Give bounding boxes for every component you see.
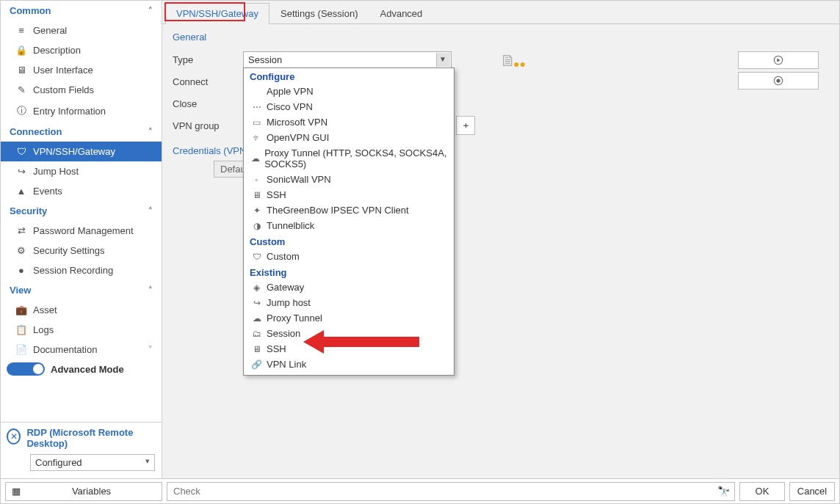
sidebar-item-jump-host[interactable]: ↪ Jump Host [1, 161, 162, 181]
content: VPN/SSH/Gateway Settings (Session) Advan… [162, 1, 839, 478]
group-connection[interactable]: Connection ˄ [1, 122, 162, 142]
sidebar: Common ˄ ≡ General 🔒 Description 🖥 User … [1, 1, 162, 478]
label-close: Close [173, 98, 243, 109]
sidebar-item-label: Entry Information [33, 106, 106, 117]
configured-select[interactable]: Configured [30, 454, 155, 471]
advanced-mode-toggle[interactable] [7, 362, 45, 376]
sidebar-item-description[interactable]: 🔒 Description [1, 40, 162, 60]
variables-label: Variables [27, 486, 156, 497]
terminal-icon: 🖥 [251, 190, 262, 200]
advanced-mode-label: Advanced Mode [51, 364, 124, 375]
lock-icon: 🔒 [15, 45, 27, 56]
dropdown-item-ssh[interactable]: 🖥SSH [244, 187, 454, 202]
tab-advanced[interactable]: Advanced [369, 3, 434, 23]
chevron-up-icon: ˄ [148, 285, 153, 295]
shield-icon: 🛡 [15, 146, 27, 157]
sidebar-item-entry-information[interactable]: ⓘ Entry Information [1, 100, 162, 122]
terminal-icon: 🖥 [251, 344, 262, 354]
check-input[interactable] [172, 485, 717, 497]
sidebar-item-events[interactable]: ▲ Events [1, 181, 162, 201]
variables-button[interactable]: ▦ Variables [5, 482, 162, 501]
ok-button[interactable]: OK [739, 482, 785, 501]
dropdown-item-thegreenbow[interactable]: ✦TheGreenBow IPSEC VPN Client [244, 202, 454, 218]
dropdown-item-custom[interactable]: 🛡Custom [244, 249, 454, 264]
group-security[interactable]: Security ˄ [1, 201, 162, 221]
link-icon: 🔗 [251, 359, 262, 370]
sidebar-item-security-settings[interactable]: ⚙ Security Settings [1, 241, 162, 260]
monitor-icon: 🖥 [15, 65, 27, 76]
clipboard-icon: 📋 [15, 324, 27, 335]
dropdown-item-vpn-link[interactable]: 🔗VPN Link [244, 357, 454, 372]
sidebar-footer: ✕ RDP (Microsoft Remote Desktop) Configu… [1, 422, 162, 478]
play-button[interactable] [738, 51, 819, 69]
add-button[interactable]: ＋ [456, 116, 475, 135]
tab-settings-session[interactable]: Settings (Session) [269, 3, 369, 23]
sidebar-item-password-management[interactable]: ⇄ Password Management [1, 221, 162, 241]
rdp-title: RDP (Microsoft Remote Desktop) [26, 427, 156, 450]
jump-icon: ↪ [15, 166, 27, 177]
dropdown-item-cisco-vpn[interactable]: ⋯Cisco VPN [244, 99, 454, 114]
tab-vpn-ssh-gateway[interactable]: VPN/SSH/Gateway [165, 3, 269, 23]
greenbow-icon: ✦ [251, 205, 262, 216]
sidebar-item-general[interactable]: ≡ General [1, 21, 162, 40]
tab-label: VPN/SSH/Gateway [176, 8, 258, 19]
sonicwall-icon: ◦ [251, 175, 262, 185]
group-label: Common [10, 5, 51, 16]
svg-marker-1 [777, 58, 780, 62]
label-connect: Connect [173, 76, 243, 87]
dropdown-item-tunnelblick[interactable]: ◑Tunnelblick [244, 218, 454, 233]
dropdown-item-ssh-existing[interactable]: 🖥SSH [244, 341, 454, 357]
sidebar-item-asset[interactable]: 💼 Asset [1, 300, 162, 320]
tab-bar: VPN/SSH/Gateway Settings (Session) Advan… [162, 1, 839, 24]
sidebar-item-label: Security Settings [33, 245, 105, 256]
group-label: View [10, 285, 31, 296]
type-combobox[interactable]: Session ▼ [243, 51, 452, 68]
group-label: Security [10, 205, 47, 216]
binoculars-icon[interactable]: 🔭 [717, 486, 730, 497]
type-dropdown-popup: Configure Apple VPN ⋯Cisco VPN ▭Microsof… [243, 67, 455, 376]
group-view[interactable]: View ˄ [1, 280, 162, 300]
chevron-down-icon: ▼ [439, 55, 446, 63]
rdp-icon: ✕ [7, 428, 21, 445]
info-icon: ⓘ [15, 104, 27, 117]
bottom-bar: ▦ Variables 🔭 OK Cancel [1, 478, 839, 503]
dropdown-item-session[interactable]: 🗂Session [244, 326, 454, 341]
gear-icon: ⚙ [15, 245, 27, 256]
gateway-icon: ◈ [251, 282, 262, 293]
dropdown-item-proxy-tunnel-existing[interactable]: ☁Proxy Tunnel [244, 310, 454, 326]
sidebar-item-user-interface[interactable]: 🖥 User Interface [1, 60, 162, 80]
dropdown-item-microsoft-vpn[interactable]: ▭Microsoft VPN [244, 114, 454, 130]
cancel-button[interactable]: Cancel [789, 482, 835, 501]
record-button[interactable] [738, 72, 819, 90]
dropdown-item-jump-host[interactable]: ↪Jump host [244, 295, 454, 310]
window-icon: ▭ [251, 117, 262, 128]
dropdown-group-custom: Custom [244, 233, 454, 249]
type-value: Session [248, 54, 282, 65]
edit-icon: ✎ [15, 84, 27, 95]
sidebar-item-documentation[interactable]: 📄 Documentation ˅ [1, 340, 162, 359]
sidebar-item-label: Documentation [33, 344, 97, 355]
cloud-icon: ☁ [251, 153, 260, 164]
sidebar-item-vpn-ssh-gateway[interactable]: 🛡 VPN/SSH/Gateway [1, 142, 162, 161]
tunnelblick-icon: ◑ [251, 221, 262, 231]
cisco-icon: ⋯ [251, 102, 262, 112]
tab-label: Advanced [380, 8, 423, 19]
configured-value: Configured [35, 457, 82, 468]
jump-icon: ↪ [251, 298, 262, 308]
dropdown-item-apple-vpn[interactable]: Apple VPN [244, 84, 454, 99]
sidebar-item-label: Jump Host [33, 166, 79, 177]
sidebar-item-logs[interactable]: 📋 Logs [1, 320, 162, 340]
menu-icon: ≡ [15, 25, 27, 36]
dropdown-item-gateway[interactable]: ◈Gateway [244, 280, 454, 295]
sidebar-item-custom-fields[interactable]: ✎ Custom Fields [1, 80, 162, 100]
plus-icon: ＋ [461, 119, 471, 132]
dropdown-item-openvpn-gui[interactable]: ᯤOpenVPN GUI [244, 130, 454, 145]
cloud-icon: ☁ [251, 313, 262, 324]
sidebar-item-label: Asset [33, 304, 57, 315]
group-common[interactable]: Common ˄ [1, 1, 162, 21]
dropdown-item-sonicwall-vpn[interactable]: ◦SonicWall VPN [244, 172, 454, 187]
dropdown-item-proxy-tunnel[interactable]: ☁Proxy Tunnel (HTTP, SOCKS4, SOCKS4A, SO… [244, 145, 454, 172]
sidebar-item-session-recording[interactable]: ● Session Recording [1, 260, 162, 280]
sidebar-item-label: Session Recording [33, 265, 113, 276]
swap-icon: ⇄ [15, 225, 27, 236]
